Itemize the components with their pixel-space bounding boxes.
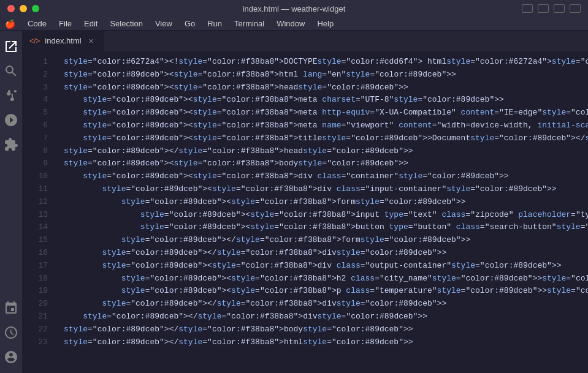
line-number: 22 xyxy=(22,323,48,336)
activity-explorer[interactable] xyxy=(0,36,22,58)
line-number: 2 xyxy=(22,69,48,81)
activity-run-debug[interactable] xyxy=(0,109,22,131)
activity-remote[interactable] xyxy=(0,297,22,319)
menubar: 🍎 Code File Edit Selection View Go Run T… xyxy=(0,17,588,31)
code-line: style="color:#89dceb"></style="color:#f3… xyxy=(64,311,588,323)
line-number: 13 xyxy=(22,209,48,222)
maximize-button[interactable] xyxy=(32,5,39,12)
activity-docker[interactable] xyxy=(0,322,22,344)
line-number: 10 xyxy=(22,170,48,183)
code-line: style="color:#89dceb"><style="color:#f38… xyxy=(64,94,588,107)
line-numbers: 1234567891011121314151617181920212223 xyxy=(22,52,54,373)
code-line: style="color:#89dceb"><style="color:#f38… xyxy=(64,107,588,119)
activity-bar xyxy=(0,31,22,373)
line-number: 12 xyxy=(22,196,48,209)
tab-close-button[interactable]: × xyxy=(86,36,96,46)
code-line: style="color:#89dceb"><style="color:#f38… xyxy=(64,81,588,94)
line-number: 9 xyxy=(22,157,48,170)
activity-bar-bottom xyxy=(0,297,22,368)
line-number: 11 xyxy=(22,183,48,196)
tab-index-html[interactable]: </> index.html × xyxy=(22,30,104,51)
line-number: 20 xyxy=(22,298,48,311)
editor-layout-icon[interactable] xyxy=(522,4,533,13)
code-line: style="color:#89dceb"><style="color:#f38… xyxy=(64,285,588,298)
tab-file-icon: </> xyxy=(29,37,40,45)
code-content[interactable]: style="color:#6272a4"><!style="color:#f3… xyxy=(54,52,588,373)
code-line: style="color:#89dceb"><style="color:#f38… xyxy=(64,196,588,209)
line-number: 14 xyxy=(22,221,48,234)
traffic-lights xyxy=(7,5,39,12)
code-line: style="color:#89dceb"><style="color:#f38… xyxy=(64,157,588,170)
main-layout: </> index.html × ··· 1234567891011121314… xyxy=(0,31,588,373)
code-line: style="color:#89dceb"></style="color:#f3… xyxy=(64,247,588,260)
minimize-button[interactable] xyxy=(20,5,27,12)
code-line: style="color:#89dceb"><style="color:#f38… xyxy=(64,221,588,234)
line-number: 17 xyxy=(22,260,48,273)
window-title: index.html — weather-widget xyxy=(243,4,346,13)
menu-file[interactable]: File xyxy=(54,18,77,29)
titlebar-right-icons xyxy=(522,4,581,13)
code-line: style="color:#89dceb"><style="color:#f38… xyxy=(64,69,588,81)
tab-filename: index.html xyxy=(45,36,81,45)
menu-window[interactable]: Window xyxy=(272,18,310,29)
line-number: 23 xyxy=(22,336,48,349)
line-number: 3 xyxy=(22,81,48,94)
menu-run[interactable]: Run xyxy=(202,18,227,29)
code-line: style="color:#6272a4"><!style="color:#f3… xyxy=(64,56,588,69)
code-line: style="color:#89dceb"><style="color:#f38… xyxy=(64,119,588,132)
line-number: 1 xyxy=(22,56,48,69)
line-number: 18 xyxy=(22,273,48,285)
code-line: style="color:#89dceb"></style="color:#f3… xyxy=(64,234,588,247)
activity-search[interactable] xyxy=(0,60,22,82)
editor-layout-split-icon[interactable] xyxy=(538,4,549,13)
menu-edit[interactable]: Edit xyxy=(79,18,102,29)
line-number: 19 xyxy=(22,285,48,298)
line-number: 6 xyxy=(22,119,48,132)
apple-menu[interactable]: 🍎 xyxy=(5,19,15,29)
line-number: 16 xyxy=(22,247,48,260)
line-number: 15 xyxy=(22,234,48,247)
tab-bar: </> index.html × ··· xyxy=(22,31,588,52)
menu-go[interactable]: Go xyxy=(180,18,200,29)
close-button[interactable] xyxy=(7,5,15,12)
line-number: 7 xyxy=(22,132,48,145)
line-number: 8 xyxy=(22,145,48,158)
code-line: style="color:#89dceb"><style="color:#f38… xyxy=(64,132,588,145)
line-number: 5 xyxy=(22,107,48,119)
editor-layout-toggle-icon[interactable] xyxy=(570,4,581,13)
editor-layout-grid-icon[interactable] xyxy=(554,4,565,13)
menu-help[interactable]: Help xyxy=(312,18,338,29)
activity-source-control[interactable] xyxy=(0,85,22,107)
code-line: style="color:#89dceb"><style="color:#f38… xyxy=(64,170,588,183)
code-line: style="color:#89dceb"><style="color:#f38… xyxy=(64,183,588,196)
code-line: style="color:#89dceb"><style="color:#f38… xyxy=(64,260,588,273)
code-line: style="color:#89dceb"><style="color:#f38… xyxy=(64,209,588,222)
menu-code[interactable]: Code xyxy=(23,18,52,29)
line-number: 4 xyxy=(22,94,48,107)
menu-terminal[interactable]: Terminal xyxy=(229,18,269,29)
code-line: style="color:#89dceb"></style="color:#f3… xyxy=(64,145,588,158)
activity-extensions[interactable] xyxy=(0,134,22,156)
menu-view[interactable]: View xyxy=(150,18,177,29)
code-line: style="color:#89dceb"><style="color:#f38… xyxy=(64,273,588,285)
code-line: style="color:#89dceb"></style="color:#f3… xyxy=(64,336,588,349)
code-editor[interactable]: 1234567891011121314151617181920212223 st… xyxy=(22,52,588,373)
line-number: 21 xyxy=(22,311,48,323)
code-line: style="color:#89dceb"></style="color:#f3… xyxy=(64,323,588,336)
activity-account[interactable] xyxy=(0,346,22,368)
titlebar: index.html — weather-widget xyxy=(0,0,588,17)
code-line: style="color:#89dceb"></style="color:#f3… xyxy=(64,298,588,311)
menu-selection[interactable]: Selection xyxy=(105,18,147,29)
editor-area: </> index.html × ··· 1234567891011121314… xyxy=(22,31,588,373)
